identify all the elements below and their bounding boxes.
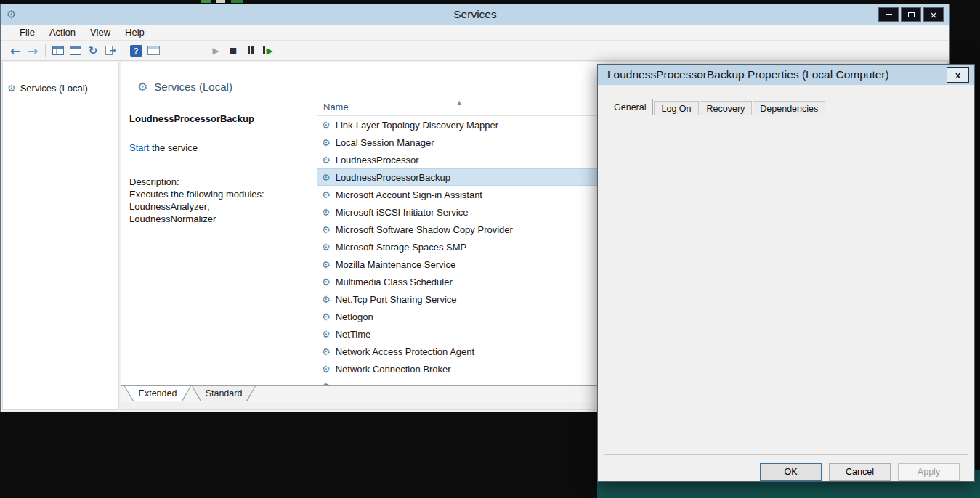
view-tab-standard[interactable]: Standard xyxy=(192,386,256,401)
apply-button: Apply xyxy=(898,463,960,481)
service-gear-icon: ⚙ xyxy=(322,120,331,131)
cancel-button[interactable]: Cancel xyxy=(829,463,891,481)
service-name: Mozilla Maintenance Service xyxy=(336,259,455,270)
refresh-button[interactable]: ↻ xyxy=(84,42,102,60)
start-service-link[interactable]: Start xyxy=(129,142,149,153)
toolbar-separator xyxy=(123,44,123,57)
dialog-close-button[interactable]: x xyxy=(947,67,969,83)
taskbar-icon-fragment xyxy=(201,0,211,3)
forward-button[interactable]: → xyxy=(24,42,41,60)
refresh-icon: ↻ xyxy=(89,44,98,57)
sort-ascending-icon: ▲ xyxy=(457,99,461,106)
help-button[interactable]: ? xyxy=(127,42,145,60)
restart-bar-icon xyxy=(263,46,265,54)
service-gear-icon: ⚙ xyxy=(322,259,331,270)
start-service-line: Start the service xyxy=(129,142,198,153)
service-gear-icon: ⚙ xyxy=(322,277,331,287)
properties-dialog: LoudnessProcessorBackup Properties (Loca… xyxy=(597,64,975,482)
taskbar-icon-fragment xyxy=(216,0,225,3)
selected-service-title: LoudnessProcessorBackup xyxy=(129,113,254,124)
description-label: Description: xyxy=(129,176,264,188)
tree-item-services-local[interactable]: ⚙ Services (Local) xyxy=(7,83,88,94)
service-gear-icon: ⚙ xyxy=(322,329,331,340)
tab-recovery[interactable]: Recovery xyxy=(700,101,753,115)
menu-file[interactable]: File xyxy=(12,27,42,38)
dialog-close-icon: x xyxy=(955,70,960,81)
service-name: LoudnessProcessor xyxy=(336,155,419,166)
toolbar: ← → ↻ → ? ▶ ■ ▶ xyxy=(1,41,949,61)
service-name: Netlogon xyxy=(336,311,373,322)
window-titlebar[interactable]: ⚙ Services × xyxy=(1,4,949,25)
service-gear-icon: ⚙ xyxy=(322,364,331,375)
dialog-title: LoudnessProcessorBackup Properties (Loca… xyxy=(607,68,889,81)
pane-header: ⚙ Services (Local) xyxy=(137,80,232,94)
services-gear-icon: ⚙ xyxy=(7,83,16,94)
minimize-button[interactable] xyxy=(878,7,899,22)
ok-button[interactable]: OK xyxy=(760,463,822,481)
back-icon: ← xyxy=(10,44,20,58)
service-description: Description: Executes the following modu… xyxy=(129,176,264,225)
desktop-background: ⚙ Services × File Action View Help ← → ↻… xyxy=(0,0,980,498)
forward-icon: → xyxy=(28,44,38,58)
service-gear-icon: ⚙ xyxy=(322,311,331,322)
start-service-suffix: the service xyxy=(149,142,197,153)
service-name: NetTime xyxy=(336,329,371,340)
extended-view-button[interactable] xyxy=(145,42,162,60)
show-console-tree-button[interactable] xyxy=(49,42,67,60)
menu-view[interactable]: View xyxy=(83,27,118,38)
maximize-button[interactable] xyxy=(901,7,921,22)
service-name: Network Access Protection Agent xyxy=(336,346,474,357)
service-gear-icon: ⚙ xyxy=(322,242,331,253)
restart-icon: ▶ xyxy=(266,46,272,56)
service-name: Microsoft Storage Spaces SMP xyxy=(336,242,467,253)
stop-icon: ■ xyxy=(230,46,237,55)
service-name: Multimedia Class Scheduler xyxy=(336,277,453,287)
service-name: Link-Layer Topology Discovery Mapper xyxy=(336,120,498,131)
menu-action[interactable]: Action xyxy=(42,27,83,38)
service-gear-icon: ⚙ xyxy=(322,137,331,148)
service-gear-icon: ⚙ xyxy=(322,294,331,305)
pause-icon xyxy=(251,46,254,54)
service-name: Microsoft Software Shadow Copy Provider xyxy=(336,224,513,235)
menu-bar: File Action View Help xyxy=(1,25,949,41)
service-name: Local Session Manager xyxy=(336,137,434,148)
tab-dependencies[interactable]: Dependencies xyxy=(753,101,825,115)
properties-icon xyxy=(70,46,81,55)
service-gear-icon: ⚙ xyxy=(322,172,331,183)
service-name: Microsoft iSCSI Initiator Service xyxy=(336,207,469,218)
restart-service-button[interactable]: ▶ xyxy=(259,42,277,60)
help-icon: ? xyxy=(130,45,142,57)
caption-buttons: × xyxy=(878,7,944,22)
service-gear-icon: ⚙ xyxy=(322,155,331,166)
close-button[interactable]: × xyxy=(923,7,944,22)
play-icon: ▶ xyxy=(212,46,219,56)
tab-log-on[interactable]: Log On xyxy=(654,101,698,115)
tab-general[interactable]: General xyxy=(607,99,653,115)
service-gear-icon: ⚙ xyxy=(322,207,331,218)
dialog-tabs: General Log On Recovery Dependencies xyxy=(607,99,826,115)
console-tree-icon xyxy=(52,46,64,55)
menu-help[interactable]: Help xyxy=(118,27,152,38)
stop-service-button[interactable]: ■ xyxy=(224,42,242,60)
close-icon: × xyxy=(930,9,938,20)
export-arrow-icon: → xyxy=(109,46,116,55)
view-tab-label: Extended xyxy=(124,386,191,401)
services-gear-icon: ⚙ xyxy=(137,80,147,94)
properties-button[interactable] xyxy=(67,42,84,60)
export-list-button[interactable]: → xyxy=(102,42,119,60)
start-service-button[interactable]: ▶ xyxy=(207,42,224,60)
pause-service-button[interactable] xyxy=(242,42,259,60)
service-gear-icon: ⚙ xyxy=(322,224,331,235)
description-line: LoudnessNormalizer xyxy=(129,213,264,225)
service-name: Net.Tcp Port Sharing Service xyxy=(336,294,457,305)
service-name: Network Connection Broker xyxy=(336,364,451,375)
pause-icon xyxy=(248,46,250,54)
minimize-icon xyxy=(886,14,892,15)
view-tab-label: Standard xyxy=(192,386,256,401)
service-name: Microsoft Account Sign-in Assistant xyxy=(336,189,482,200)
service-name: LoudnessProcessorBackup xyxy=(336,172,450,183)
dialog-titlebar[interactable]: LoudnessProcessorBackup Properties (Loca… xyxy=(598,65,974,85)
service-gear-icon: ⚙ xyxy=(322,189,331,200)
back-button[interactable]: ← xyxy=(7,42,24,60)
view-tab-extended[interactable]: Extended xyxy=(124,386,191,401)
